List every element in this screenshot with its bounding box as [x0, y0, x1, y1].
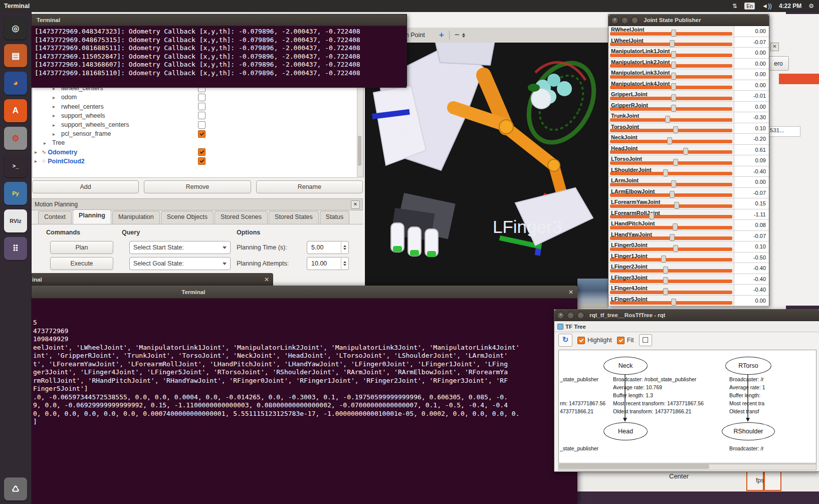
joint-slider-cell[interactable]: LFinger4Joint — [608, 285, 734, 295]
volume-icon[interactable]: ◄)) — [762, 3, 772, 10]
joint-slider-handle[interactable] — [671, 73, 676, 80]
joint-value[interactable]: -0.40 — [734, 263, 769, 274]
display-enable-checkbox[interactable] — [198, 94, 206, 101]
tf-node-neck[interactable]: Neck — [603, 357, 648, 375]
planning-time-spinbox[interactable]: 5.00 — [307, 241, 349, 254]
joint-value[interactable]: -0.40 — [734, 285, 769, 295]
expand-arrow-icon[interactable]: ▸ — [35, 158, 40, 164]
display-tree-item[interactable]: ▸ ∿ Odometry — [33, 148, 363, 157]
checkbox-checked-icon[interactable] — [577, 337, 585, 344]
clock[interactable]: 4:22 PM — [779, 3, 801, 10]
launcher-item[interactable]: ◕ — [4, 72, 27, 95]
joint-slider-handle[interactable] — [683, 148, 688, 155]
joint-value[interactable]: -0.40 — [734, 166, 769, 177]
joint-slider-handle[interactable] — [674, 202, 679, 209]
tab[interactable]: Stored States — [269, 211, 319, 224]
remove-button[interactable]: Remove — [144, 180, 251, 193]
joint-slider-handle[interactable] — [670, 191, 675, 198]
terminal-window-bottom[interactable]: Terminal ✕ 5473772969109849929eelJoint',… — [0, 286, 577, 504]
close-icon[interactable]: ✕ — [611, 17, 619, 24]
terminal-output[interactable]: [1473772969.048347323]: Odometry Callbac… — [32, 26, 406, 88]
display-tree-item[interactable]: ▸ pcl_sensor_frame — [33, 129, 363, 138]
joint-slider-handle[interactable] — [663, 277, 668, 284]
goal-state-combobox[interactable]: Select Goal State: — [129, 257, 231, 270]
joint-value[interactable]: -0.07 — [734, 231, 769, 241]
joint-slider-handle[interactable] — [671, 83, 676, 90]
zero-button[interactable]: ero — [768, 56, 789, 71]
tf-horizontal-scrollbar[interactable] — [558, 464, 816, 470]
tf-node-rtorso[interactable]: RTorso — [725, 357, 771, 375]
close-icon[interactable]: ✕ — [351, 200, 360, 209]
launcher-item[interactable]: ⠿ — [4, 237, 27, 260]
display-enable-checkbox[interactable] — [198, 112, 206, 119]
tab[interactable]: Manipulation — [112, 211, 160, 224]
joint-value[interactable]: -0.40 — [734, 274, 769, 285]
joint-slider-cell[interactable]: NeckJoint — [608, 134, 734, 144]
display-tree-item[interactable]: ▸ odom — [33, 93, 363, 102]
joint-value[interactable]: 0.10 — [734, 123, 769, 134]
tf-node-rshoulder[interactable]: RShoulder — [722, 422, 775, 440]
joint-slider-handle[interactable] — [649, 212, 654, 219]
joint-slider-cell[interactable]: TorsoJoint — [608, 123, 734, 134]
launcher-item[interactable]: Py — [4, 182, 27, 205]
joint-slider-cell[interactable]: LHandPitchJoint — [608, 220, 734, 230]
joint-slider-cell[interactable]: LFinger2Joint — [608, 263, 734, 274]
keyboard-layout-indicator[interactable]: En — [744, 3, 755, 10]
joint-value[interactable]: 0.00 — [734, 26, 769, 37]
network-swap-icon[interactable]: ⇅ — [732, 3, 737, 10]
launcher-item[interactable]: >_ — [4, 154, 27, 177]
joint-value[interactable]: -1.11 — [734, 209, 769, 220]
launcher-item[interactable]: RViz — [4, 209, 27, 232]
expand-arrow-icon[interactable]: ▸ — [53, 113, 58, 118]
fit-checkbox[interactable]: Fit — [617, 337, 634, 344]
add-button[interactable]: Add — [32, 180, 139, 193]
save-image-button[interactable] — [639, 334, 652, 346]
joint-slider-handle[interactable] — [670, 40, 675, 47]
spin-arrows-icon[interactable] — [341, 241, 348, 254]
remove-tool-icon[interactable]: − — [455, 30, 460, 40]
rqt-titlebar[interactable]: ✕ − □ rqt_tf_tree__RosTfTree - rqt — [554, 310, 819, 321]
joint-slider-cell[interactable]: LForearmYawJoint — [608, 198, 734, 209]
joint-slider-handle[interactable] — [665, 116, 670, 123]
launcher-item[interactable]: ▤ — [4, 44, 27, 67]
add-tool-icon[interactable]: + — [439, 30, 444, 40]
display-tree-item[interactable]: ▸ support_wheels_centers — [33, 120, 363, 129]
joint-slider-handle[interactable] — [671, 30, 676, 37]
joint-slider-handle[interactable] — [667, 137, 672, 144]
close-icon[interactable]: ✕ — [264, 276, 269, 283]
spin-arrows-icon[interactable] — [341, 258, 348, 270]
minimize-icon[interactable]: − — [621, 17, 629, 24]
joint-slider-handle[interactable] — [671, 105, 676, 112]
joint-value[interactable]: 0.00 — [734, 102, 769, 112]
joint-value[interactable]: -0.50 — [734, 253, 769, 263]
joint-value[interactable]: 0.00 — [734, 177, 769, 187]
close-icon[interactable]: ✕ — [557, 312, 564, 319]
session-gear-icon[interactable]: ⚙ — [808, 3, 814, 10]
maximize-icon[interactable]: □ — [577, 312, 584, 319]
expand-arrow-icon[interactable]: ▸ — [35, 149, 40, 155]
terminal-window-back[interactable]: inal ✕ — [0, 273, 273, 286]
joint-slider-cell[interactable]: LForearmRollJoint — [608, 209, 734, 220]
highlight-checkbox[interactable]: Highlight — [577, 337, 612, 344]
tf-graph-canvas[interactable]: Neck RTorso Head RShoulder _state_publis… — [558, 350, 816, 463]
joint-slider-cell[interactable]: LShoulderJoint — [608, 166, 734, 177]
joint-slider-handle[interactable] — [663, 169, 668, 176]
spinner-arrows-icon[interactable] — [462, 33, 465, 38]
joint-slider-cell[interactable]: RWheelJoint — [608, 26, 734, 37]
joint-slider-handle[interactable] — [673, 126, 678, 133]
display-enable-checkbox[interactable] — [198, 130, 206, 138]
display-tree-item[interactable]: ▸ Tree — [33, 138, 363, 147]
execute-button[interactable]: Execute — [50, 257, 113, 270]
joint-value[interactable]: -0.01 — [734, 91, 769, 101]
joint-value[interactable]: -0.20 — [734, 134, 769, 144]
jsp-titlebar[interactable]: ✕ − □ Joint State Publisher — [608, 15, 769, 26]
start-state-combobox[interactable]: Select Start State: — [129, 241, 231, 254]
joint-value[interactable]: 0.00 — [734, 59, 769, 69]
rename-button[interactable]: Rename — [256, 180, 363, 193]
joint-value[interactable]: 0.00 — [734, 80, 769, 91]
joint-slider-handle[interactable] — [673, 223, 678, 230]
tab[interactable]: Context — [38, 211, 72, 224]
displays-scrollbar[interactable] — [357, 75, 363, 177]
joint-slider-handle[interactable] — [671, 299, 676, 306]
tab[interactable]: Status — [320, 211, 349, 224]
